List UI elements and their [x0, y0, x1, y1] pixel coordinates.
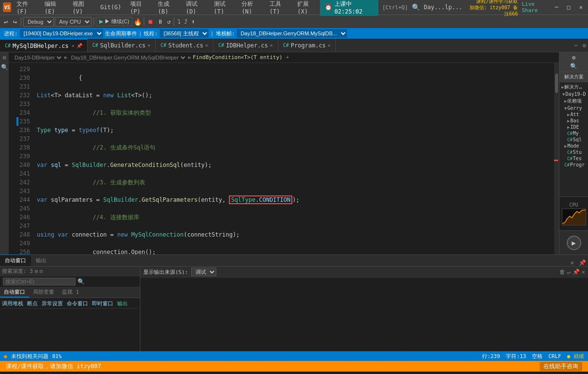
tab-close-1[interactable]: ✕	[148, 43, 151, 48]
stop-btn[interactable]: ⏹	[146, 17, 155, 26]
tab-close-0[interactable]: ✕	[72, 43, 75, 48]
tree-item-att[interactable]: ▶Att	[560, 111, 587, 118]
auto-search-input[interactable]	[3, 278, 75, 285]
breadcrumb-expand[interactable]: +	[286, 54, 289, 60]
tree-item-project[interactable]: ▼Day19-D	[560, 91, 587, 97]
tab-close-3[interactable]: ✕	[270, 43, 273, 48]
tab-mysqldbhelper[interactable]: C# MySqlDBHelper.cs ✕ 📌	[0, 39, 88, 52]
code-editor[interactable]: 229 230 231 232 233 234 235 236 237 238 …	[9, 63, 559, 254]
code-content[interactable]: { List<T> dataList = new List<T>(); //1.…	[33, 63, 554, 254]
tree-item-tes[interactable]: C#Tes	[560, 155, 587, 162]
notification-right[interactable]: 在线助手咨询	[540, 362, 582, 371]
editor-scrollbar[interactable]	[554, 63, 559, 254]
live-share-label[interactable]: Live Share	[522, 1, 548, 14]
menu-debug[interactable]: 调试(D)	[182, 0, 209, 16]
gutter-line: 233	[9, 100, 30, 108]
redo-btn[interactable]: ↪	[11, 17, 18, 27]
tab-sqlbuilder[interactable]: C# SqlBuilder.cs ✕	[88, 39, 156, 52]
auto-collapse-icon[interactable]: ⊟	[40, 269, 43, 274]
menu-test[interactable]: 测试(T)	[211, 0, 237, 16]
tree-item-stu[interactable]: C#Stu	[560, 149, 587, 155]
tab-overflow[interactable]: ⋯	[572, 42, 581, 49]
status-ready[interactable]: ● 就绪	[567, 353, 584, 360]
bottom-tab-output[interactable]: 输出	[31, 254, 51, 266]
tab-program[interactable]: C# Program.cs ✕	[278, 39, 336, 52]
tree-item-deps[interactable]: ▶依赖项	[560, 97, 587, 105]
menu-project[interactable]: 项目(P)	[127, 0, 153, 16]
auto-sub-tab-auto[interactable]: 自动窗口	[0, 287, 29, 298]
menu-edit[interactable]: 编辑(E)	[41, 0, 67, 16]
tree-item-my[interactable]: C#My	[560, 130, 587, 136]
tab-close-4[interactable]: ✕	[328, 43, 331, 48]
menu-view[interactable]: 视图(V)	[69, 0, 95, 16]
cpu-graph	[562, 209, 586, 225]
status-right: 行:239 字符:13 空格 CRLF ● 就绪	[482, 353, 584, 360]
tree-item-model[interactable]: ▶Mode	[560, 143, 587, 149]
tab-pin-0[interactable]: 📌	[76, 43, 82, 48]
bottom-panel-close[interactable]: ✕	[568, 259, 577, 266]
immediate-btn[interactable]: 即时窗口	[92, 300, 113, 307]
step-over-btn[interactable]: ⤵	[176, 17, 182, 26]
solution-explorer[interactable]: ▶解决方案 'Da ▼Day19-D ▶依赖项 ▼Gerry ▶Att ▶Bas…	[559, 82, 588, 196]
tree-item-gerry[interactable]: ▼Gerry	[560, 105, 587, 111]
auto-sub-tab-local[interactable]: 局部变量	[29, 287, 58, 298]
tab-idbhelper[interactable]: C# IDBHelper.cs ✕	[213, 39, 278, 52]
activity-icon-2[interactable]: 🔍	[1, 64, 8, 71]
step-out-btn[interactable]: ⬆	[190, 17, 196, 26]
tab-settings-icon[interactable]: ⚙	[581, 42, 588, 49]
step-in-btn[interactable]: ⤴	[183, 17, 189, 26]
scroll-thumb[interactable]	[555, 74, 558, 93]
debug-mode-select[interactable]: Debug	[23, 17, 54, 27]
status-zoom[interactable]: 81%	[52, 353, 62, 359]
bottom-tabs: 自动窗口 输出 ✕ 📌	[0, 255, 588, 267]
menu-file[interactable]: 文件(F)	[13, 0, 39, 16]
tree-item-ide[interactable]: ▶IDE	[560, 124, 587, 130]
tree-item-progr[interactable]: C#Progr	[560, 162, 587, 168]
menu-analyze[interactable]: 分析(N)	[238, 0, 264, 16]
output-clear-icon[interactable]: 🗑	[559, 269, 565, 275]
close-btn[interactable]: ✕	[577, 4, 585, 11]
stack-select[interactable]: Day18_DBHelper.GerryORM.MySqlDB...	[237, 29, 347, 38]
search-icon[interactable]: 🔍	[412, 3, 420, 11]
output-wordwrap-icon[interactable]: ↵	[567, 269, 571, 275]
continue-btn[interactable]: ▶▶ 继续(C)	[96, 17, 133, 26]
output-content[interactable]	[140, 278, 588, 351]
bottom-tab-auto[interactable]: 自动窗口	[0, 254, 31, 266]
play-btn-circle[interactable]: ▶	[567, 236, 581, 250]
maximize-btn[interactable]: □	[565, 4, 573, 11]
sidebar-search-icon[interactable]: 🔍	[570, 63, 577, 70]
tree-item-sql[interactable]: C#Sql	[560, 136, 587, 143]
undo-btn[interactable]: ↩	[2, 17, 10, 27]
exceptions-btn[interactable]: 异常设置	[42, 300, 63, 307]
menu-extensions[interactable]: 扩展(X)	[294, 0, 320, 16]
breakpoints-btn[interactable]: 断点	[27, 300, 38, 307]
auto-search-icon[interactable]: 🔍	[77, 278, 85, 285]
breadcrumb-namespace[interactable]: Day18_DBHelper.GerryORM.MySqlDBHelper	[69, 54, 187, 61]
menu-tools[interactable]: 工具(T)	[266, 0, 292, 16]
output-source-select[interactable]: 调试	[191, 268, 216, 276]
menu-git[interactable]: Git(G)	[97, 3, 124, 12]
tree-item-bas[interactable]: ▶Bas	[560, 118, 587, 124]
callstack-btn[interactable]: 调用堆栈	[2, 300, 23, 307]
play-area[interactable]: ▶	[559, 230, 588, 254]
auto-expand-icon[interactable]: ⊞	[35, 269, 38, 274]
sidebar-gear-icon[interactable]: ⚙	[572, 54, 575, 61]
command-btn[interactable]: 命令窗口	[67, 300, 88, 307]
process-select[interactable]: [19400] Day19-DBHelper.exe	[20, 29, 103, 38]
tree-item-solution[interactable]: ▶解决方案 'Da	[560, 83, 587, 91]
breadcrumb-project[interactable]: Day19-DBHelper	[13, 54, 63, 61]
restart-btn[interactable]: ↺	[166, 17, 172, 26]
pause-btn[interactable]: ⏸	[156, 17, 165, 26]
menu-build[interactable]: 生成(B)	[154, 0, 181, 16]
minimize-btn[interactable]: ─	[552, 4, 560, 11]
bottom-panel-pin[interactable]: 📌	[577, 259, 588, 266]
output-pin-icon[interactable]: 📌	[573, 269, 580, 275]
tab-close-2[interactable]: ✕	[205, 43, 208, 48]
tab-student[interactable]: C# Student.cs ✕	[156, 39, 213, 52]
thread-select[interactable]: [36568] 主线程	[160, 29, 209, 38]
output-btn[interactable]: 输出	[117, 300, 128, 307]
output-close-icon[interactable]: ✕	[582, 269, 585, 275]
activity-icon-1[interactable]: ⚙	[2, 54, 6, 61]
cpu-mode-select[interactable]: Any CPU	[55, 17, 91, 27]
auto-sub-tab-watch[interactable]: 监视 1	[58, 287, 83, 298]
